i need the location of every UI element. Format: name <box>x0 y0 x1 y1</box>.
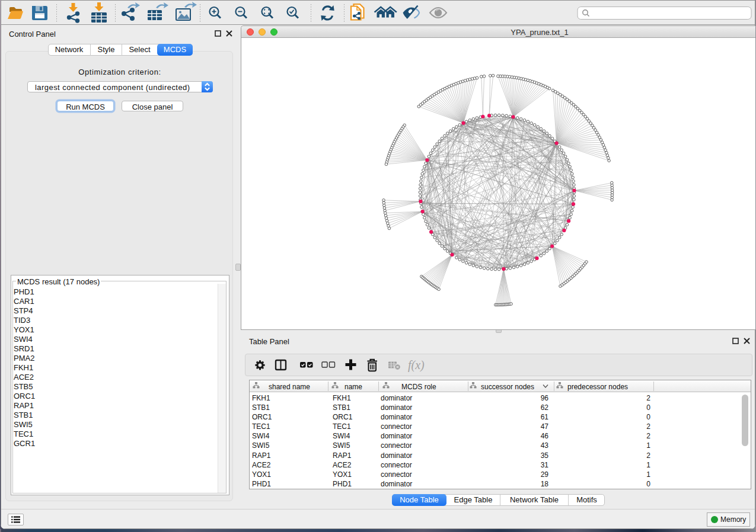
svg-text:f(x): f(x) <box>408 358 425 372</box>
